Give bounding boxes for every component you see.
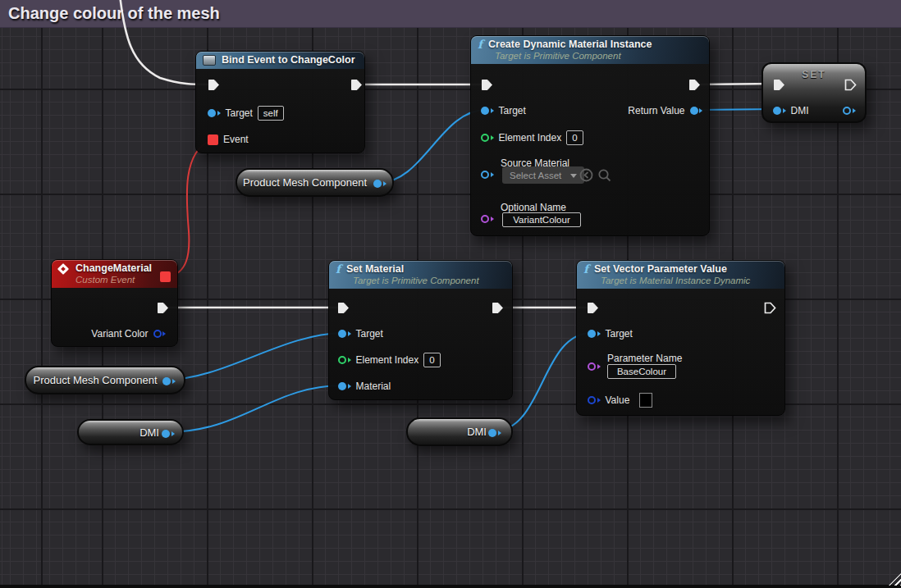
custom-event-icon [57,262,69,274]
node-bind-event-to-changecolor[interactable]: Bind Event to ChangeColor Target self Ev… [195,51,365,153]
browse-magnifier-icon[interactable] [597,168,611,182]
value-color-swatch[interactable] [639,393,652,408]
exec-out-pin[interactable] [764,302,776,314]
chevron-down-icon [570,174,577,181]
node-get-dmi[interactable]: DMI [406,417,513,446]
node-subtitle: Target is Material Instance Dynamic [583,276,777,285]
variant-color-label: Variant Color [91,328,148,340]
node-subtitle: Target is Primitive Component [478,51,702,61]
target-pin-label: Target [606,328,633,340]
source-material-pin[interactable] [481,171,494,179]
target-pin[interactable] [208,109,221,117]
target-pin-label: Target [499,105,526,116]
target-pin[interactable] [481,107,494,115]
element-index-field[interactable]: 0 [566,130,583,145]
wire-event-to-change-material[interactable] [169,140,212,276]
node-title: Bind Event to ChangeColor [222,54,355,66]
node-set-vector-parameter-value[interactable]: f Set Vector Parameter Value Target is M… [576,260,785,416]
element-index-label: Element Index [499,132,562,144]
dmi-input-pin[interactable] [773,107,786,115]
comment-resize-handle[interactable] [889,573,901,586]
node-title: Create Dynamic Material Instance [488,39,652,50]
exec-in-pin[interactable] [481,79,493,91]
parameter-name-label: Parameter Name [607,353,682,364]
dmi-output-pin[interactable] [843,107,856,115]
event-delegate-pin[interactable] [208,134,218,145]
node-get-dmi[interactable]: DMI [77,419,184,445]
optional-name-pin[interactable] [481,215,494,223]
material-pin-label: Material [356,381,391,392]
event-pin-label: Event [223,134,249,145]
target-pin-label: Target [356,328,383,340]
node-title: ChangeMaterial [75,262,152,274]
node-get-product-mesh-component[interactable]: Product Mesh Component [25,366,185,394]
function-icon: f [478,39,483,50]
source-material-asset-picker[interactable]: Select Asset [502,166,584,184]
material-pin[interactable] [338,382,351,390]
node-get-product-mesh-component[interactable]: Product Mesh Component [236,168,394,197]
value-pin[interactable] [588,396,601,404]
function-icon: f [336,263,341,275]
exec-in-pin[interactable] [208,79,220,91]
exec-out-pin[interactable] [492,302,504,314]
comment-header[interactable]: Change colour of the mesh [0,0,901,28]
exec-in-pin[interactable] [773,79,785,91]
variable-label: Product Mesh Component [26,367,164,393]
exec-out-pin[interactable] [157,302,169,314]
variant-color-pin[interactable] [153,330,167,338]
comment-title: Change colour of the mesh [8,4,220,23]
asset-picker-value: Select Asset [510,171,561,180]
exec-in-pin[interactable] [587,302,599,314]
node-title: Set Material [346,263,404,275]
target-value-field[interactable]: self [258,106,284,121]
node-set-material[interactable]: f Set Material Target is Primitive Compo… [328,260,513,400]
target-pin-label: Target [226,107,253,119]
node-create-dynamic-material-instance[interactable]: f Create Dynamic Material Instance Targe… [470,35,710,236]
bind-event-icon [203,55,216,66]
parameter-name-field[interactable]: BaseColour [607,364,676,379]
variable-output-pin[interactable] [488,429,501,437]
variable-label: Product Mesh Component [237,170,373,195]
variable-label: DMI [408,419,487,444]
wire-product-mesh-to-set-material-target[interactable] [167,333,342,380]
wire-dmi-to-set-material-material[interactable] [167,385,342,432]
blueprint-canvas[interactable]: Change colour of the mesh Bind Event to … [0,0,901,588]
node-subtitle: Custom Event [58,275,170,285]
node-subtitle: Target is Primitive Component [336,276,505,285]
variable-output-pin[interactable] [162,430,175,438]
exec-in-pin[interactable] [337,302,350,314]
node-header: f Create Dynamic Material Instance Targe… [471,36,709,64]
node-change-material-event[interactable]: ChangeMaterial Custom Event Variant Colo… [51,259,178,347]
target-pin[interactable] [588,330,601,338]
comment-bottom-border [0,585,901,588]
variable-output-pin[interactable] [373,180,386,188]
use-selected-asset-icon[interactable] [579,168,593,182]
element-index-pin[interactable] [481,134,494,142]
target-pin[interactable] [338,330,351,338]
optional-name-field[interactable]: VariantColour [502,212,581,227]
optional-name-label: Optional Name [501,202,566,213]
exec-out-pin[interactable] [844,79,857,91]
node-set-dmi-variable[interactable]: SET DMI [762,62,867,123]
element-index-pin[interactable] [338,356,351,364]
element-index-label: Element Index [356,354,419,366]
variable-output-pin[interactable] [162,377,176,385]
event-delegate-output-pin[interactable] [160,271,171,282]
element-index-field[interactable]: 0 [423,353,440,367]
exec-out-pin[interactable] [688,79,701,91]
function-icon: f [583,263,588,275]
node-header: f Set Vector Parameter Value Target is M… [577,261,784,289]
parameter-name-pin[interactable] [588,362,601,371]
node-header: Bind Event to ChangeColor [196,52,364,69]
node-header: f Set Material Target is Primitive Compo… [329,261,512,289]
return-value-pin[interactable] [690,107,703,115]
node-header: ChangeMaterial Custom Event [52,260,177,288]
return-value-label: Return Value [628,105,684,116]
node-title: Set Vector Parameter Value [594,263,727,275]
variable-label: DMI [79,421,159,444]
dmi-variable-label: DMI [791,105,809,116]
exec-out-pin[interactable] [350,79,363,91]
value-pin-label: Value [606,394,630,406]
